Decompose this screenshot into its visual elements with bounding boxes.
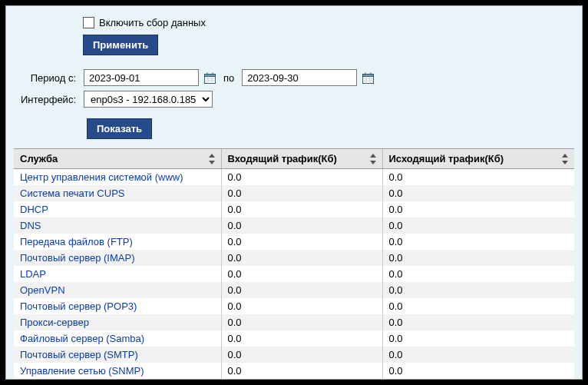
service-link[interactable]: Передача файлов (FTP)	[20, 236, 133, 247]
service-link[interactable]: LDAP	[20, 268, 46, 280]
cell-service: DHCP	[14, 201, 221, 217]
cell-service: Прокси-сервер	[14, 314, 221, 330]
table-row: Почтовый сервер (POP3)0.00.0	[14, 298, 574, 314]
cell-outgoing: 0.0	[382, 330, 574, 347]
service-link[interactable]: Центр управления системой (www)	[20, 171, 183, 183]
table-row: Почтовый сервер (SMTP)0.00.0	[14, 347, 574, 363]
main-frame: Включить сбор данных Применить Период с:…	[5, 5, 583, 380]
table-row: OpenVPN0.00.0	[14, 282, 574, 298]
calendar-icon[interactable]	[362, 71, 374, 84]
collection-config: Включить сбор данных Применить	[14, 17, 574, 55]
to-label: по	[220, 72, 237, 84]
service-link[interactable]: Почтовый сервер (IMAP)	[20, 252, 134, 264]
cell-outgoing: 0.0	[382, 234, 574, 250]
cell-outgoing: 0.0	[382, 169, 574, 186]
interface-select[interactable]: enp0s3 - 192.168.0.185	[84, 91, 213, 108]
table-row: Центр управления системой (www)0.00.0	[14, 169, 574, 186]
cell-service: Почтовый сервер (IMAP)	[14, 250, 221, 266]
cell-incoming: 0.0	[221, 347, 382, 363]
col-incoming-label: Входящий трафик(Кб)	[228, 153, 337, 164]
cell-service: Управление сетью (SNMP)	[14, 363, 221, 380]
cell-service: OpenVPN	[14, 282, 221, 298]
cell-outgoing: 0.0	[382, 347, 574, 363]
service-link[interactable]: Почтовый сервер (POP3)	[20, 300, 137, 312]
cell-service: Файловый сервер (Samba)	[14, 330, 221, 347]
period-label: Период с:	[14, 72, 79, 84]
sort-icon[interactable]	[562, 154, 570, 164]
cell-incoming: 0.0	[221, 282, 382, 298]
cell-incoming: 0.0	[221, 330, 382, 347]
cell-service: LDAP	[14, 266, 221, 282]
service-link[interactable]: OpenVPN	[20, 284, 65, 296]
table-row: DHCP0.00.0	[14, 201, 574, 217]
cell-service: Почтовый сервер (SMTP)	[14, 347, 221, 363]
cell-incoming: 0.0	[221, 314, 382, 330]
calendar-icon[interactable]	[203, 71, 216, 84]
col-service-header[interactable]: Служба	[14, 149, 221, 169]
cell-incoming: 0.0	[221, 250, 382, 266]
cell-service: Передача файлов (FTP)	[14, 234, 221, 250]
service-link[interactable]: Почтовый сервер (SMTP)	[20, 349, 138, 360]
service-link[interactable]: DNS	[20, 220, 41, 231]
cell-service: Система печати CUPS	[14, 185, 221, 201]
table-row: DNS0.00.0	[14, 217, 574, 234]
svg-rect-1	[204, 74, 215, 76]
table-row: Система печати CUPS0.00.0	[14, 185, 574, 201]
enable-collection-checkbox[interactable]	[83, 17, 94, 28]
cell-incoming: 0.0	[221, 201, 382, 217]
cell-service: Центр управления системой (www)	[14, 169, 221, 186]
interface-label: Интерфейс:	[14, 94, 79, 105]
cell-incoming: 0.0	[221, 185, 382, 201]
table-row: Почтовый сервер (IMAP)0.00.0	[14, 250, 574, 266]
enable-collection-label: Включить сбор данных	[99, 17, 206, 28]
col-service-label: Служба	[20, 153, 58, 164]
cell-outgoing: 0.0	[382, 185, 574, 201]
date-from-input[interactable]	[84, 69, 199, 86]
table-row: Файловый сервер (Samba)0.00.0	[14, 330, 574, 347]
table-row: LDAP0.00.0	[14, 266, 574, 282]
col-incoming-header[interactable]: Входящий трафик(Кб)	[221, 149, 382, 169]
cell-outgoing: 0.0	[382, 298, 574, 314]
cell-outgoing: 0.0	[382, 363, 574, 380]
cell-incoming: 0.0	[221, 217, 382, 234]
traffic-table: Служба Входящий трафик(Кб) Исходящий тра…	[14, 148, 574, 380]
service-link[interactable]: DHCP	[20, 204, 48, 215]
service-link[interactable]: Файловый сервер (Samba)	[20, 333, 144, 344]
cell-outgoing: 0.0	[382, 266, 574, 282]
sort-icon[interactable]	[209, 154, 216, 164]
cell-outgoing: 0.0	[382, 201, 574, 217]
cell-incoming: 0.0	[221, 298, 382, 314]
cell-incoming: 0.0	[221, 363, 382, 380]
cell-service: Почтовый сервер (POP3)	[14, 298, 221, 314]
cell-outgoing: 0.0	[382, 217, 574, 234]
service-link[interactable]: Управление сетью (SNMP)	[20, 365, 144, 377]
service-link[interactable]: Система печати CUPS	[20, 188, 124, 199]
period-row: Период с: по	[14, 69, 574, 86]
col-outgoing-label: Исходящий трафик(Кб)	[389, 153, 504, 164]
date-to-input[interactable]	[242, 69, 357, 86]
table-body: Центр управления системой (www)0.00.0Сис…	[14, 169, 574, 380]
col-outgoing-header[interactable]: Исходящий трафик(Кб)	[382, 149, 574, 169]
cell-outgoing: 0.0	[382, 250, 574, 266]
table-row: Передача файлов (FTP)0.00.0	[14, 234, 574, 250]
table-row: Прокси-сервер0.00.0	[14, 314, 574, 330]
sort-icon[interactable]	[370, 154, 378, 164]
table-header-row: Служба Входящий трафик(Кб) Исходящий тра…	[14, 149, 574, 169]
cell-outgoing: 0.0	[382, 282, 574, 298]
table-row: Управление сетью (SNMP)0.00.0	[14, 363, 574, 380]
cell-incoming: 0.0	[221, 169, 382, 186]
cell-service: DNS	[14, 217, 221, 234]
cell-outgoing: 0.0	[382, 314, 574, 330]
service-link[interactable]: Прокси-сервер	[20, 317, 89, 328]
cell-incoming: 0.0	[221, 234, 382, 250]
cell-incoming: 0.0	[221, 266, 382, 282]
svg-rect-9	[362, 74, 373, 76]
interface-row: Интерфейс: enp0s3 - 192.168.0.185	[14, 91, 574, 108]
apply-button[interactable]: Применить	[83, 35, 158, 55]
show-button[interactable]: Показать	[87, 118, 152, 139]
